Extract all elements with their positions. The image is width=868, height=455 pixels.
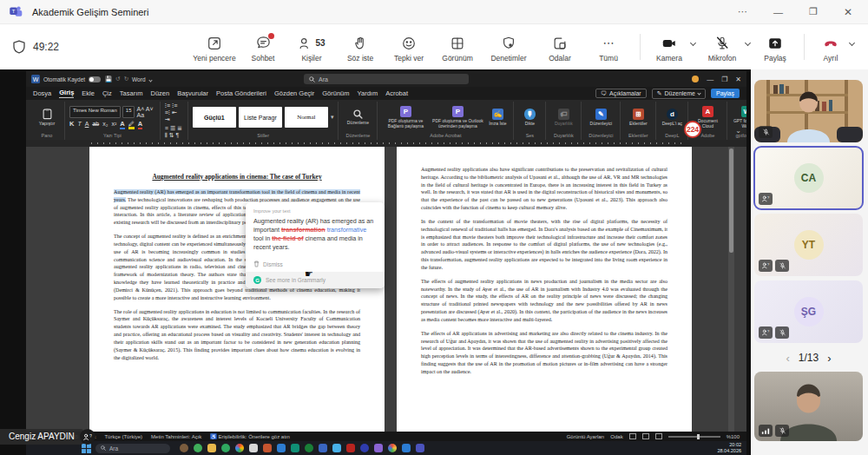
deepl-button[interactable]: d DeepL'i aç: [661, 109, 683, 126]
style-guclu1[interactable]: Güçlü1: [193, 107, 236, 128]
menu-basvurular[interactable]: Başvurular: [177, 89, 208, 97]
font-style-buttons[interactable]: KTAabx₂x² A🖉A: [69, 120, 155, 129]
scrollbar-thumb[interactable]: [729, 148, 733, 253]
menu-dosya[interactable]: Dosya: [33, 89, 51, 97]
redo-icon[interactable]: ↻: [124, 76, 128, 82]
font-name-select[interactable]: Times New Roman: [69, 106, 121, 118]
menu-tasarim[interactable]: Tasarım: [120, 89, 143, 97]
taskbar-app-icon[interactable]: [235, 444, 244, 452]
taskbar-app-icon[interactable]: [360, 444, 369, 452]
language-indicator[interactable]: Türkçe (Türkiye): [104, 434, 142, 439]
taskbar-app-icon[interactable]: [249, 444, 258, 452]
zoom-level[interactable]: %100: [727, 434, 740, 439]
menu-ekle[interactable]: Ekle: [82, 89, 95, 97]
camera-options-chevron-icon[interactable]: [690, 39, 696, 45]
editor-button[interactable]: ✎ Düzenleyici: [586, 109, 615, 126]
taskbar-app-icon[interactable]: [319, 444, 327, 452]
document-page-left[interactable]: Augmented reality applications in cinema…: [89, 147, 385, 432]
taskbar-app-icon[interactable]: [277, 444, 286, 452]
pdf-create-share-link-button[interactable]: P PDF oluşturma ve Bağlantı paylaşma: [382, 106, 429, 129]
autosave-toggle[interactable]: [89, 76, 101, 82]
menu-duzen[interactable]: Düzen: [150, 89, 169, 97]
word-minimize-button[interactable]: —: [707, 76, 713, 83]
taskbar-app-icon[interactable]: [291, 444, 299, 452]
document-scrollbar[interactable]: [728, 147, 734, 432]
camera-button[interactable]: Kamera: [649, 32, 689, 63]
see-more-grammarly-button[interactable]: G See more in Grammarly ☛: [246, 272, 385, 288]
word-restore-button[interactable]: ❐: [721, 76, 727, 83]
style-liste-paragraf[interactable]: Liste Paragr: [239, 107, 282, 128]
menu-ciz[interactable]: Çiz: [102, 89, 112, 97]
web-layout-icon[interactable]: [655, 433, 662, 439]
font-size-select[interactable]: 15: [122, 106, 135, 118]
participant-tile-ca[interactable]: CA ?: [754, 147, 863, 209]
word-search-box[interactable]: Ara: [304, 74, 469, 84]
taskbar-search-box[interactable]: Ara: [95, 444, 170, 453]
gpt-for-excel-word-button[interactable]: W GPT for Excel Word: [732, 106, 746, 129]
zoom-slider[interactable]: [668, 436, 720, 438]
taskbar-app-icon[interactable]: [263, 444, 272, 452]
ribbon-collapse-chevron-icon[interactable]: ⌄: [735, 127, 741, 135]
list-buttons[interactable]: ⁝≡ ⁝≡ ≡⁝ ⇤ ⇥: [165, 102, 183, 123]
minimize-button[interactable]: —: [773, 7, 783, 17]
addins-button[interactable]: ⊞ Eklentiler: [625, 109, 651, 126]
leave-button[interactable]: Ayrıl: [813, 32, 848, 63]
word-share-button[interactable]: Paylaş: [711, 89, 740, 98]
restore-button[interactable]: ❐: [809, 6, 818, 17]
view-button[interactable]: Görünüm: [435, 32, 480, 63]
print-layout-icon[interactable]: [642, 433, 649, 439]
chat-button[interactable]: Sohbet: [240, 32, 286, 63]
taskbar-app-icon[interactable]: [180, 444, 188, 452]
paste-button[interactable]: Yapıştır: [34, 108, 60, 127]
taskbar-app-icon[interactable]: [402, 444, 411, 452]
more-options-icon[interactable]: ⋯: [738, 6, 747, 17]
participant-tile-video[interactable]: [754, 80, 863, 142]
taskbar-app-icon[interactable]: [416, 444, 424, 452]
leave-options-chevron-icon[interactable]: [849, 39, 855, 45]
microphone-button[interactable]: Mikrofon: [700, 32, 744, 63]
comments-button[interactable]: 🗨Açıklamalar: [595, 89, 647, 98]
zoom-slider-knob[interactable]: [697, 434, 700, 439]
share-button[interactable]: Paylaş: [755, 32, 795, 63]
style-normal[interactable]: Normal: [285, 107, 328, 128]
react-button[interactable]: Tepki ver: [386, 32, 431, 63]
read-mode-icon[interactable]: [629, 433, 636, 439]
styles-more-icon[interactable]: ▾: [331, 114, 334, 121]
more-actions-button[interactable]: ⋯ Tümü: [586, 32, 631, 63]
pager-prev-icon[interactable]: ‹: [786, 352, 789, 365]
menu-gorunum[interactable]: Görünüm: [322, 89, 349, 97]
editing-dropdown-button[interactable]: Düzenleme: [343, 109, 372, 125]
undo-icon[interactable]: ↺: [115, 76, 120, 82]
dismiss-suggestion-button[interactable]: Dismiss: [246, 255, 385, 272]
pager-next-icon[interactable]: ›: [827, 352, 831, 365]
taskbar-app-icon[interactable]: [207, 444, 216, 452]
taskbar-app-icon[interactable]: [374, 444, 383, 452]
menu-gozden-gecir[interactable]: Gözden Geçir: [274, 89, 314, 97]
document-page-right[interactable]: Augmented reality applications also have…: [397, 147, 692, 432]
display-settings-button[interactable]: Görüntü Ayarları: [567, 434, 605, 439]
account-avatar[interactable]: [692, 76, 699, 82]
start-button-icon[interactable]: [82, 444, 91, 453]
taskbar-app-icon[interactable]: [332, 444, 341, 452]
editing-mode-button[interactable]: ✎Düzenleme: [652, 89, 706, 99]
people-button[interactable]: 53 Kişiler: [289, 32, 334, 63]
microphone-options-chevron-icon[interactable]: [745, 39, 751, 45]
sensitivity-button[interactable]: 🏷 Duyarlılık: [550, 109, 576, 126]
focus-mode-button[interactable]: Odak: [610, 434, 622, 439]
menu-yardim[interactable]: Yardım: [358, 89, 378, 97]
taskbar-app-icon[interactable]: [194, 444, 202, 452]
save-icon[interactable]: 💾: [105, 76, 112, 82]
font-grow-shrink-buttons[interactable]: A˄ A˅ Aa: [136, 106, 155, 118]
participant-tile-sg[interactable]: ŞG ?: [754, 280, 863, 343]
menu-posta[interactable]: Posta Gönderileri: [216, 89, 266, 97]
taskbar-clock[interactable]: 20:02 28.04.2026: [717, 442, 741, 454]
menu-acrobat[interactable]: Acrobat: [385, 89, 408, 97]
taskbar-app-icon[interactable]: [388, 444, 397, 452]
menu-giris[interactable]: Giriş: [59, 89, 74, 98]
accessibility-indicator[interactable]: ♿ Erişilebilirlik: Önerilere göz atın: [210, 433, 290, 439]
app-chevron-icon[interactable]: [148, 78, 152, 82]
controls-button[interactable]: Denetimler: [483, 32, 534, 63]
taskbar-app-icon[interactable]: [305, 444, 313, 452]
close-button[interactable]: ✕: [844, 6, 852, 18]
pdf-create-outlook-button[interactable]: P PDF oluşturma ve Outlook üzerinden pay…: [431, 106, 484, 129]
